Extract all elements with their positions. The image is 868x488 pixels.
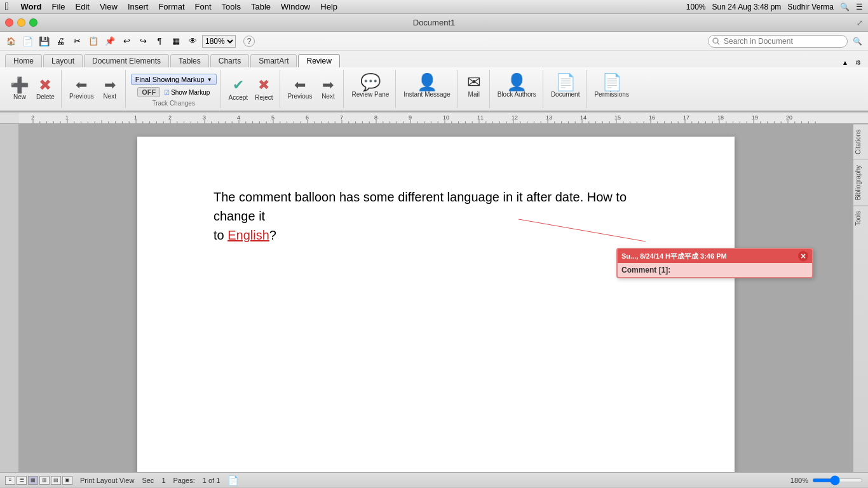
view-icon-5[interactable]: ▤ <box>51 476 61 485</box>
previous-label-2: Previous <box>288 93 313 100</box>
search-container <box>708 35 848 48</box>
status-section-label: Sec <box>142 477 154 484</box>
search-input[interactable] <box>708 35 848 48</box>
view-btn[interactable]: 👁 <box>186 34 200 48</box>
document-icon: 📄 <box>555 74 576 90</box>
menu-tools[interactable]: Tools <box>217 2 246 11</box>
new-icon: ➕ <box>10 78 29 93</box>
zoom-select[interactable]: 180% 100% 150% 200% <box>202 35 236 48</box>
document-btn[interactable]: 📄 Document <box>548 71 583 99</box>
block-authors-btn[interactable]: 👤 Block Authors <box>495 71 539 99</box>
undo-btn[interactable]: ↩ <box>119 34 133 48</box>
reject-btn[interactable]: ✖ Reject <box>252 76 275 102</box>
track-changes-toggle[interactable]: OFF <box>137 87 160 97</box>
view-icon-2[interactable]: ☰ <box>17 476 27 485</box>
new-doc-btn[interactable]: 📄 <box>20 34 34 48</box>
show-markup-btn[interactable]: ¶ <box>153 34 166 48</box>
view-icon-6[interactable]: ▣ <box>62 476 72 485</box>
previous-btn-2[interactable]: ⬅ Previous <box>285 77 315 101</box>
view-icon-3[interactable]: ▦ <box>28 476 38 485</box>
mail-btn[interactable]: ✉ Mail <box>463 71 485 99</box>
status-zoom-value: 180% <box>790 477 808 484</box>
tab-charts[interactable]: Charts <box>210 54 249 67</box>
next-btn-2[interactable]: ➡ Next <box>316 77 339 101</box>
menu-format[interactable]: Format <box>153 2 189 11</box>
ribbon-tabs: Home Layout Document Elements Tables Cha… <box>0 51 868 67</box>
save-btn[interactable]: 💾 <box>37 34 51 48</box>
print-btn[interactable]: 🖨 <box>53 34 67 48</box>
markup-selector[interactable]: Final Showing Markup ▼ <box>131 74 217 85</box>
block-authors-icon: 👤 <box>506 74 527 90</box>
main-area: The comment balloon has some different l… <box>0 124 868 472</box>
view-icon-4[interactable]: ▥ <box>39 476 50 485</box>
tab-layout[interactable]: Layout <box>43 54 83 67</box>
delete-label: Delete <box>36 93 55 100</box>
prevnext1-btns: ⬅ Previous ➡ Next <box>67 71 121 107</box>
new-btn[interactable]: ➕ New <box>8 76 32 102</box>
comment-close-btn[interactable]: × <box>798 251 808 261</box>
ribbon-group-instant-msg: 👤 Instant Message <box>397 70 457 108</box>
ribbon-up-icon[interactable]: ▲ <box>840 57 850 67</box>
list-icon-menu[interactable]: ☰ <box>856 3 863 11</box>
menu-insert[interactable]: Insert <box>123 2 154 11</box>
previous-label-1: Previous <box>69 93 94 100</box>
search-icon-btn[interactable]: 🔍 <box>850 34 864 48</box>
document-area[interactable]: The comment balloon has some different l… <box>19 124 853 472</box>
reject-icon: ✖ <box>258 77 269 93</box>
user-name: Sudhir Verma <box>787 3 834 11</box>
mail-label: Mail <box>468 91 480 98</box>
tab-smartart[interactable]: SmartArt <box>250 54 297 67</box>
tab-review[interactable]: Review <box>298 54 339 67</box>
permissions-label: Permissions <box>594 91 628 98</box>
instant-message-label: Instant Message <box>403 91 450 98</box>
statusbar: ≡ ☰ ▦ ▥ ▤ ▣ Print Layout View Sec 1 Page… <box>0 472 868 487</box>
ribbon-group-mail: ✉ Mail <box>459 70 490 108</box>
paste-btn[interactable]: 📌 <box>103 34 117 48</box>
status-pages-label: Pages: <box>173 477 195 484</box>
resize-icon[interactable]: ⤢ <box>857 18 863 27</box>
status-doc-icon[interactable]: 📄 <box>227 475 238 485</box>
menu-window[interactable]: Window <box>276 2 315 11</box>
ribbon-settings-icon[interactable]: ⚙ <box>853 57 863 67</box>
tab-document-elements[interactable]: Document Elements <box>84 54 169 67</box>
instant-message-btn[interactable]: 👤 Instant Message <box>401 71 452 99</box>
show-markup-checkbox[interactable]: ☑ <box>164 89 170 96</box>
minimize-window-btn[interactable] <box>17 18 25 27</box>
show-markup-row: ☑ Show Markup <box>164 89 210 96</box>
view-icon-1[interactable]: ≡ <box>5 476 15 485</box>
redo-btn[interactable]: ↪ <box>136 34 150 48</box>
close-window-btn[interactable] <box>5 18 13 27</box>
mac-menubar:  Word File Edit View Insert Format Font… <box>0 0 868 14</box>
copy-btn[interactable]: 📋 <box>86 34 100 48</box>
apple-menu[interactable]:  <box>5 0 10 13</box>
maximize-window-btn[interactable] <box>29 18 37 27</box>
menu-view[interactable]: View <box>95 2 123 11</box>
cut-btn[interactable]: ✂ <box>70 34 84 48</box>
sidebar-tab-bibliography[interactable]: Bibliography <box>853 159 868 205</box>
mail-icon: ✉ <box>467 74 481 90</box>
next-icon-2: ➡ <box>322 78 334 92</box>
sidebar-tab-citations[interactable]: Citations <box>853 124 868 159</box>
help-btn[interactable]: ? <box>243 36 255 47</box>
search-icon-menu[interactable]: 🔍 <box>840 3 850 11</box>
accept-btn[interactable]: ✔ Accept <box>226 76 251 102</box>
menu-file[interactable]: File <box>47 2 71 11</box>
quick-toolbar: 🏠 📄 💾 🖨 ✂ 📋 📌 ↩ ↪ ¶ ▦ 👁 180% 100% 150% 2… <box>0 32 868 51</box>
ruler-canvas <box>0 112 868 124</box>
sidebar-tab-tools[interactable]: Tools <box>853 205 868 231</box>
tab-tables[interactable]: Tables <box>170 54 209 67</box>
menu-help[interactable]: Help <box>315 2 342 11</box>
menu-table[interactable]: Table <box>246 2 276 11</box>
zoom-slider[interactable] <box>812 478 863 482</box>
previous-btn-1[interactable]: ⬅ Previous <box>67 77 97 101</box>
menu-word[interactable]: Word <box>16 2 47 11</box>
menu-edit[interactable]: Edit <box>71 2 95 11</box>
review-pane-btn[interactable]: 💬 Review Pane <box>349 71 391 99</box>
next-btn-1[interactable]: ➡ Next <box>98 77 121 101</box>
permissions-btn[interactable]: 📄 Permissions <box>592 71 631 99</box>
menu-font[interactable]: Font <box>190 2 217 11</box>
borders-btn[interactable]: ▦ <box>169 34 183 48</box>
delete-btn[interactable]: ✖ Delete <box>34 76 57 102</box>
home-btn[interactable]: 🏠 <box>4 34 18 48</box>
tab-home[interactable]: Home <box>5 54 42 67</box>
